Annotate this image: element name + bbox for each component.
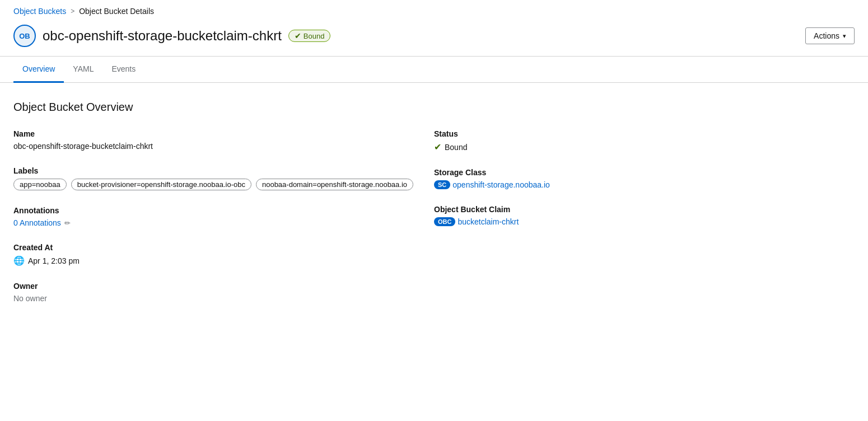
created-at-row: 🌐 Apr 1, 2:03 pm	[13, 255, 434, 266]
section-title: Object Bucket Overview	[13, 101, 855, 114]
storage-class-section: Storage Class SC openshift-storage.nooba…	[434, 168, 855, 189]
storage-class-link[interactable]: openshift-storage.noobaa.io	[452, 180, 550, 189]
obc-badge: OBC	[434, 217, 455, 226]
annotations-section: Annotations 0 Annotations ✏	[13, 206, 434, 227]
labels-label: Labels	[13, 166, 434, 175]
details-grid: Name obc-openshift-storage-bucketclaim-c…	[13, 129, 855, 319]
breadcrumb-current: Object Bucket Details	[79, 7, 154, 16]
breadcrumb-parent-link[interactable]: Object Buckets	[13, 7, 66, 16]
actions-button[interactable]: Actions ▾	[805, 27, 855, 44]
owner-section: Owner No owner	[13, 282, 434, 303]
status-value: Bound	[445, 143, 467, 152]
annotations-row: 0 Annotations ✏	[13, 218, 434, 227]
status-section: Status ✔ Bound	[434, 129, 855, 152]
obc-section: Object Bucket Claim OBC bucketclaim-chkr…	[434, 205, 855, 226]
labels-section: Labels app=noobaa bucket-provisioner=ope…	[13, 166, 434, 190]
status-row: ✔ Bound	[434, 142, 855, 152]
page-title: obc-openshift-storage-bucketclaim-chkrt	[43, 28, 282, 44]
status-icon: ✔	[434, 142, 441, 152]
storage-class-label: Storage Class	[434, 168, 855, 177]
annotations-label: Annotations	[13, 206, 434, 215]
annotations-link[interactable]: 0 Annotations	[13, 218, 61, 227]
chevron-down-icon: ▾	[843, 32, 846, 40]
name-section: Name obc-openshift-storage-bucketclaim-c…	[13, 129, 434, 151]
obc-label: Object Bucket Claim	[434, 205, 855, 214]
label-chip: bucket-provisioner=openshift-storage.noo…	[71, 179, 251, 190]
sc-badge: SC	[434, 180, 450, 189]
label-chip: app=noobaa	[13, 179, 67, 190]
name-value: obc-openshift-storage-bucketclaim-chkrt	[13, 142, 434, 151]
owner-value: No owner	[13, 294, 434, 303]
status-badge-label: Bound	[304, 32, 325, 40]
pencil-icon[interactable]: ✏	[64, 219, 71, 227]
created-at-value: Apr 1, 2:03 pm	[28, 256, 80, 265]
globe-icon: 🌐	[13, 255, 25, 266]
created-at-section: Created At 🌐 Apr 1, 2:03 pm	[13, 243, 434, 266]
tab-overview[interactable]: Overview	[13, 57, 64, 83]
actions-label: Actions	[814, 31, 839, 40]
status-label: Status	[434, 129, 855, 138]
left-column: Name obc-openshift-storage-bucketclaim-c…	[13, 129, 434, 319]
right-column: Status ✔ Bound Storage Class SC openshif…	[434, 129, 855, 319]
label-chip: noobaa-domain=openshift-storage.noobaa.i…	[256, 179, 413, 190]
main-content: Object Bucket Overview Name obc-openshif…	[0, 83, 868, 336]
tab-yaml[interactable]: YAML	[64, 57, 102, 83]
labels-container: app=noobaa bucket-provisioner=openshift-…	[13, 179, 434, 190]
created-at-label: Created At	[13, 243, 434, 252]
status-badge: ✔ Bound	[288, 30, 331, 42]
owner-label: Owner	[13, 282, 434, 291]
obc-row: OBC bucketclaim-chkrt	[434, 217, 855, 226]
page-header: OB obc-openshift-storage-bucketclaim-chk…	[0, 20, 868, 56]
name-label: Name	[13, 129, 434, 138]
ob-icon: OB	[13, 25, 36, 47]
status-check-icon: ✔	[295, 31, 301, 40]
obc-link[interactable]: bucketclaim-chkrt	[458, 217, 519, 226]
storage-class-row: SC openshift-storage.noobaa.io	[434, 180, 855, 189]
breadcrumb: Object Buckets > Object Bucket Details	[0, 0, 868, 20]
tabs: Overview YAML Events	[0, 57, 868, 83]
breadcrumb-separator: >	[71, 7, 74, 15]
page-header-left: OB obc-openshift-storage-bucketclaim-chk…	[13, 25, 330, 47]
tab-events[interactable]: Events	[102, 57, 144, 83]
